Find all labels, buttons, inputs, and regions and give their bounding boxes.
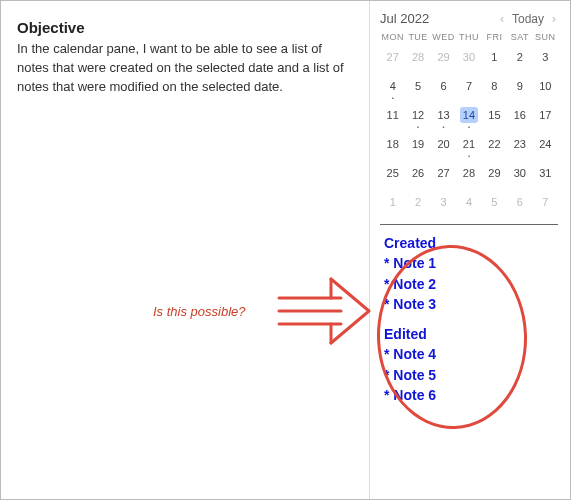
calendar-week-row: 1234567: [380, 189, 558, 218]
calendar-week-row: 27282930123: [380, 44, 558, 73]
calendar-day-cell[interactable]: 26: [405, 160, 430, 189]
calendar-day-cell[interactable]: 1: [482, 44, 507, 73]
calendar-day-cell[interactable]: 25: [380, 160, 405, 189]
calendar-day-cell[interactable]: 24: [533, 131, 558, 160]
calendar-dow-row: MONTUEWEDTHUFRISATSUN: [380, 32, 558, 42]
calendar-day-cell[interactable]: 27: [431, 160, 456, 189]
calendar-day-number: 28: [409, 49, 427, 65]
calendar-day-dot-icon: •: [468, 153, 470, 159]
calendar-day-number: 29: [485, 165, 503, 181]
calendar-day-cell[interactable]: 6: [431, 73, 456, 102]
calendar-pane: Jul 2022 ‹ Today › MONTUEWEDTHUFRISATSUN…: [370, 1, 570, 499]
calendar-day-cell[interactable]: 10: [533, 73, 558, 102]
objective-heading: Objective: [17, 19, 353, 36]
calendar-day-number: 22: [485, 136, 503, 152]
calendar-day-number: 30: [460, 49, 478, 65]
calendar-day-number: 3: [536, 49, 554, 65]
calendar-day-number: 24: [536, 136, 554, 152]
calendar-dow-cell: SUN: [533, 32, 558, 42]
calendar-day-cell[interactable]: 9: [507, 73, 532, 102]
calendar-day-cell[interactable]: 11: [380, 102, 405, 131]
calendar-day-cell[interactable]: 20: [431, 131, 456, 160]
calendar-day-number: 3: [435, 194, 453, 210]
calendar-day-cell[interactable]: 2: [405, 189, 430, 218]
calendar-day-cell[interactable]: 17: [533, 102, 558, 131]
notes-item[interactable]: * Note 6: [384, 385, 558, 405]
calendar-day-cell[interactable]: 7: [533, 189, 558, 218]
calendar-day-number: 17: [536, 107, 554, 123]
calendar-day-number: 11: [384, 107, 402, 123]
calendar-day-cell[interactable]: 5: [405, 73, 430, 102]
notes-item[interactable]: * Note 3: [384, 294, 558, 314]
calendar-day-number: 1: [485, 49, 503, 65]
calendar-dow-cell: WED: [431, 32, 456, 42]
calendar-day-cell[interactable]: 5: [482, 189, 507, 218]
calendar-day-number: 6: [435, 78, 453, 94]
calendar-day-cell[interactable]: 3: [533, 44, 558, 73]
calendar-day-number: 20: [435, 136, 453, 152]
calendar-prev-icon[interactable]: ‹: [498, 12, 506, 26]
calendar-month-label: Jul 2022: [380, 11, 429, 26]
calendar-day-cell[interactable]: 28: [405, 44, 430, 73]
calendar-day-cell[interactable]: 19: [405, 131, 430, 160]
calendar-dow-cell: TUE: [405, 32, 430, 42]
calendar-day-number: 8: [485, 78, 503, 94]
calendar-day-number: 7: [536, 194, 554, 210]
notes-item[interactable]: * Note 4: [384, 344, 558, 364]
calendar-day-number: 31: [536, 165, 554, 181]
objective-body: In the calendar pane, I want to be able …: [17, 40, 353, 97]
calendar-day-cell[interactable]: 6: [507, 189, 532, 218]
calendar-day-cell[interactable]: 16: [507, 102, 532, 131]
calendar-day-cell[interactable]: 1: [380, 189, 405, 218]
notes-section-heading: Created: [384, 233, 558, 253]
calendar-day-cell[interactable]: 27: [380, 44, 405, 73]
calendar-next-icon[interactable]: ›: [550, 12, 558, 26]
calendar-day-number: 19: [409, 136, 427, 152]
notes-item[interactable]: * Note 5: [384, 365, 558, 385]
calendar-day-number: 5: [409, 78, 427, 94]
calendar-day-cell[interactable]: 29: [482, 160, 507, 189]
calendar-dow-cell: FRI: [482, 32, 507, 42]
calendar-day-number: 25: [384, 165, 402, 181]
calendar-day-number: 4: [384, 78, 402, 94]
notes-item[interactable]: * Note 1: [384, 253, 558, 273]
calendar-day-cell[interactable]: 29: [431, 44, 456, 73]
notes-panel: Created* Note 1* Note 2* Note 3Edited* N…: [380, 233, 558, 405]
calendar-day-cell[interactable]: 3: [431, 189, 456, 218]
calendar-day-cell[interactable]: 8: [482, 73, 507, 102]
calendar-day-number: 14: [460, 107, 478, 123]
calendar-day-number: 30: [511, 165, 529, 181]
calendar-day-number: 29: [435, 49, 453, 65]
calendar-day-cell[interactable]: 30: [507, 160, 532, 189]
calendar-day-cell[interactable]: 12•: [405, 102, 430, 131]
calendar-day-cell[interactable]: 13•: [431, 102, 456, 131]
calendar-day-dot-icon: •: [417, 124, 419, 130]
calendar-day-cell[interactable]: 2: [507, 44, 532, 73]
calendar-day-number: 5: [485, 194, 503, 210]
calendar-day-number: 6: [511, 194, 529, 210]
calendar-day-cell[interactable]: 23: [507, 131, 532, 160]
calendar-day-cell[interactable]: 31: [533, 160, 558, 189]
calendar-day-number: 2: [409, 194, 427, 210]
content-pane: Objective In the calendar pane, I want t…: [1, 1, 370, 499]
calendar-day-dot-icon: •: [392, 95, 394, 101]
calendar-day-number: 10: [536, 78, 554, 94]
calendar-week-row: 1112•13•14•151617: [380, 102, 558, 131]
notes-item[interactable]: * Note 2: [384, 274, 558, 294]
calendar-today-button[interactable]: Today: [512, 12, 544, 26]
calendar-nav: ‹ Today ›: [498, 12, 558, 26]
calendar-day-cell[interactable]: 28: [456, 160, 481, 189]
calendar-day-cell[interactable]: 4•: [380, 73, 405, 102]
calendar-day-cell[interactable]: 21•: [456, 131, 481, 160]
calendar-day-cell[interactable]: 22: [482, 131, 507, 160]
calendar-dow-cell: THU: [456, 32, 481, 42]
calendar-day-cell[interactable]: 15: [482, 102, 507, 131]
calendar-day-cell[interactable]: 14•: [456, 102, 481, 131]
calendar-day-cell[interactable]: 30: [456, 44, 481, 73]
calendar-day-cell[interactable]: 7: [456, 73, 481, 102]
calendar-week-row: 4•5678910: [380, 73, 558, 102]
calendar-day-number: 4: [460, 194, 478, 210]
calendar-day-number: 13: [435, 107, 453, 123]
calendar-day-cell[interactable]: 4: [456, 189, 481, 218]
calendar-day-cell[interactable]: 18: [380, 131, 405, 160]
